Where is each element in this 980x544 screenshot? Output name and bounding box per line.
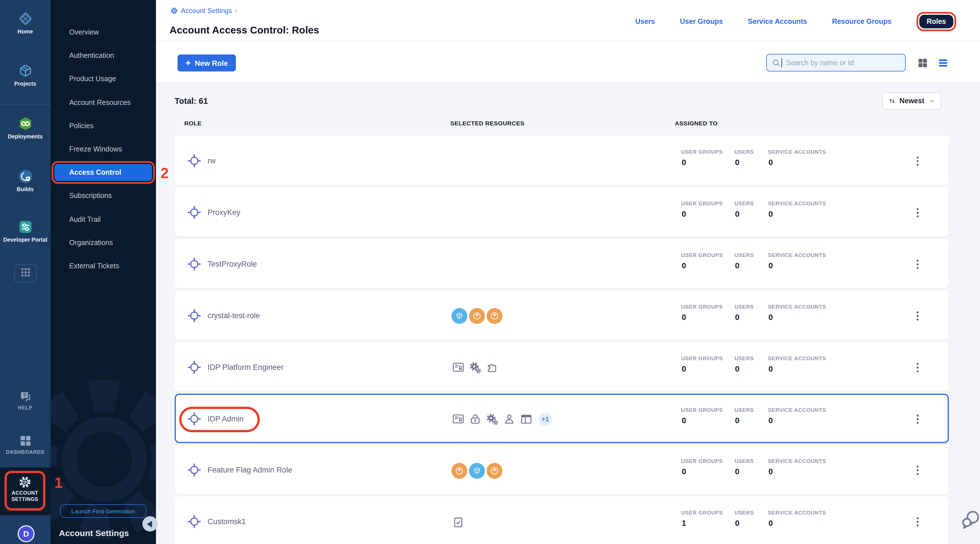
menu-item-organizations[interactable]: Organizations	[54, 234, 152, 251]
user-groups-count: 0	[682, 158, 686, 167]
tab-user-groups[interactable]: User Groups	[680, 17, 723, 25]
person-icon	[503, 412, 516, 426]
role-row[interactable]: crystal-test-roleUSER GROUPSUSERSSERVICE…	[175, 290, 949, 339]
annotation-step-2: 2	[161, 164, 169, 182]
row-menu-button[interactable]	[911, 206, 924, 220]
users-label: USERS	[735, 458, 754, 464]
role-row[interactable]: IDP Platform EngineerUSER GROUPSUSERSSER…	[175, 342, 949, 391]
grid-view-icon[interactable]	[916, 57, 929, 69]
puzzle-icon	[485, 361, 499, 374]
main-content: Account Settings › Account Access Contro…	[156, 0, 980, 544]
users-count: 0	[735, 519, 740, 528]
sidebar-item-dashboards[interactable]: DASHBOARDS	[0, 433, 51, 455]
plus-icon: +	[185, 59, 191, 67]
row-menu-button[interactable]	[911, 464, 924, 477]
total-count: Total: 61	[175, 96, 208, 105]
chat-support-icon[interactable]	[961, 509, 980, 531]
selected-resources: +1	[452, 394, 552, 444]
row-menu-button[interactable]	[911, 412, 924, 426]
gear-icon	[170, 6, 178, 14]
breadcrumb[interactable]: Account Settings ›	[170, 6, 237, 15]
menu-item-product-usage[interactable]: Product Usage	[54, 71, 152, 87]
role-name[interactable]: TestProxyRole	[208, 260, 257, 268]
target-icon	[186, 205, 202, 220]
breadcrumb-separator: ›	[235, 6, 237, 15]
menu-item-policies[interactable]: Policies	[54, 118, 152, 134]
role-name[interactable]: Customsk1	[208, 518, 246, 526]
role-row[interactable]: TestProxyRoleUSER GROUPSUSERSSERVICE ACC…	[175, 239, 949, 288]
menu-item-access-control[interactable]: Access Control	[54, 164, 152, 181]
menu-item-account-resources[interactable]: Account Resources	[54, 94, 152, 111]
service-accounts-label: SERVICE ACCOUNTS	[768, 200, 826, 207]
user-groups-count: 0	[682, 312, 686, 321]
resource-overflow-badge: +1	[539, 413, 552, 426]
role-name[interactable]: rw	[208, 157, 216, 165]
sidebar-item-builds[interactable]: Builds	[0, 168, 51, 192]
search-input[interactable]	[785, 58, 895, 67]
new-role-button[interactable]: + New Role	[178, 54, 236, 72]
users-count: 0	[735, 158, 740, 167]
list-view-icon[interactable]	[937, 57, 950, 69]
role-row[interactable]: rwUSER GROUPSUSERSSERVICE ACCOUNTS000	[175, 135, 949, 185]
launch-first-generation-button[interactable]: Launch First Generation	[60, 504, 146, 518]
role-row[interactable]: ProxyKeyUSER GROUPSUSERSSERVICE ACCOUNTS…	[175, 187, 949, 237]
role-name[interactable]: IDP Platform Engineer	[208, 363, 283, 371]
projects-icon	[17, 62, 34, 80]
menu-item-subscriptions[interactable]: Subscriptions	[54, 188, 152, 205]
lock-icon	[468, 412, 482, 426]
menu-item-audit-trail[interactable]: Audit Trail	[54, 211, 152, 228]
sidebar-item-deployments[interactable]: Deployments	[0, 115, 51, 140]
sort-dropdown[interactable]: Newest	[883, 92, 941, 110]
row-menu-button[interactable]	[911, 309, 924, 323]
user-avatar[interactable]: D	[18, 525, 35, 542]
row-menu-button[interactable]	[911, 361, 924, 374]
tab-service-accounts[interactable]: Service Accounts	[748, 17, 807, 25]
module-selector-button[interactable]	[14, 264, 37, 283]
menu-item-freeze-windows[interactable]: Freeze Windows	[54, 141, 152, 158]
user-groups-count: 1	[682, 519, 686, 528]
target-icon	[186, 463, 202, 478]
feature-flag-icon	[452, 463, 467, 479]
role-row[interactable]: Customsk1USER GROUPSUSERSSERVICE ACCOUNT…	[175, 496, 949, 544]
service-accounts-count: 0	[768, 364, 773, 373]
role-name[interactable]: ProxyKey	[208, 208, 240, 217]
sidebar-item-help[interactable]: ?HELP	[0, 389, 51, 411]
annotation-ring-roles-tab: Roles	[916, 12, 956, 31]
users-label: USERS	[735, 355, 754, 361]
module-grid-icon	[19, 266, 32, 282]
tab-resource-groups[interactable]: Resource Groups	[832, 17, 891, 25]
menu-item-external-tickets[interactable]: External Tickets	[54, 258, 152, 275]
role-name[interactable]: Feature Flag Admin Role	[208, 466, 292, 474]
row-menu-button[interactable]	[911, 258, 924, 271]
users-label: USERS	[735, 200, 754, 207]
role-name[interactable]: IDP Admin	[208, 414, 243, 423]
users-label: USERS	[735, 406, 754, 413]
feature-flag-icon	[487, 463, 503, 479]
sidebar-item-projects[interactable]: Projects	[0, 62, 51, 87]
deployments-icon	[17, 115, 34, 132]
target-icon	[186, 359, 202, 375]
role-row[interactable]: IDP Admin+1USER GROUPSUSERSSERVICE ACCOU…	[175, 393, 949, 443]
service-accounts-count: 0	[768, 261, 773, 270]
collapse-sidebar-button[interactable]	[142, 516, 158, 531]
clipboard-check-icon	[452, 515, 465, 529]
tab-users[interactable]: Users	[635, 17, 655, 25]
breadcrumb-link[interactable]: Account Settings	[181, 6, 232, 14]
users-count: 0	[735, 364, 740, 373]
row-menu-button[interactable]	[911, 154, 924, 168]
user-groups-count: 0	[682, 261, 686, 270]
sidebar-item-developer-portal[interactable]: Developer Portal	[0, 218, 51, 243]
menu-item-authentication[interactable]: Authentication	[54, 47, 152, 64]
menu-item-overview[interactable]: Overview	[54, 24, 152, 41]
service-accounts-count: 0	[768, 519, 773, 528]
tab-roles[interactable]: Roles	[919, 15, 953, 29]
role-row[interactable]: Feature Flag Admin RoleUSER GROUPSUSERSS…	[175, 445, 949, 495]
gear-icon	[18, 476, 32, 489]
gears-icon	[485, 412, 499, 426]
user-groups-label: USER GROUPS	[681, 149, 723, 155]
annotation-box-account-settings[interactable]: ACCOUNT SETTINGS	[5, 471, 45, 511]
user-groups-label: USER GROUPS	[681, 252, 723, 258]
row-menu-button[interactable]	[911, 515, 924, 529]
role-name[interactable]: crystal-test-role	[208, 311, 260, 320]
sidebar-item-home[interactable]: Home	[0, 10, 51, 35]
